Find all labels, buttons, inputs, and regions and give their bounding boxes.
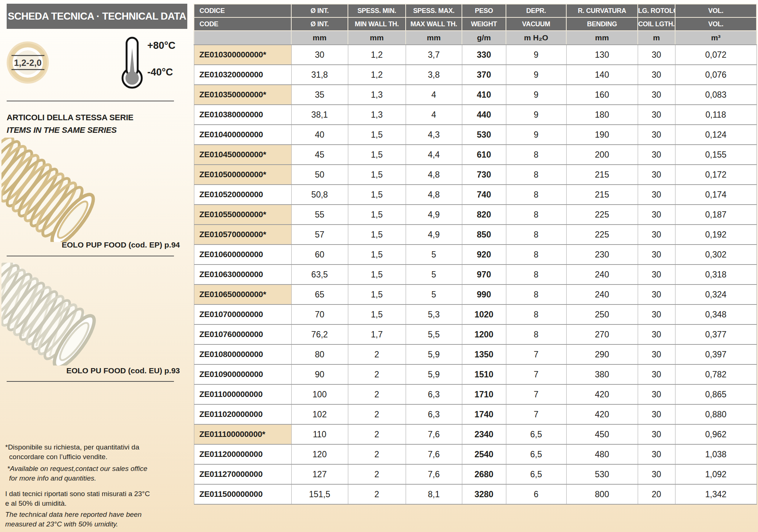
value-cell: 0,118: [675, 105, 757, 125]
value-cell: 0,318: [675, 265, 757, 284]
value-cell: 151,5: [291, 484, 348, 504]
value-cell: 6,3: [406, 404, 462, 424]
value-cell: 50,8: [291, 185, 348, 205]
value-cell: 1,7: [348, 324, 406, 344]
value-cell: 740: [462, 185, 506, 205]
value-cell: 8: [506, 185, 566, 205]
value-cell: 5,5: [406, 324, 462, 344]
value-cell: 820: [462, 205, 506, 225]
value-cell: 2: [348, 444, 406, 464]
divider: [7, 381, 174, 382]
column-header-it: CODICE: [194, 4, 291, 17]
value-cell: 30: [638, 344, 675, 364]
value-cell: 4,9: [406, 205, 462, 225]
value-cell: 330: [462, 45, 506, 65]
value-cell: 140: [566, 65, 638, 85]
table-row: ZE01076000000076,21,75,512008270300,377: [194, 324, 757, 344]
column-header-it: SPESS. MAX.: [406, 4, 462, 17]
value-cell: 730: [462, 165, 506, 185]
value-cell: 5: [406, 284, 462, 304]
value-cell: 7: [506, 404, 566, 424]
value-cell: 4: [406, 85, 462, 105]
value-cell: 30: [638, 384, 675, 404]
value-cell: 30: [638, 284, 675, 304]
value-cell: 1,092: [675, 464, 757, 484]
value-cell: 850: [462, 225, 506, 245]
value-cell: 420: [566, 384, 638, 404]
product-code-cell: ZE011020000000: [194, 404, 291, 424]
value-cell: 0,377: [675, 324, 757, 344]
value-cell: 2: [348, 484, 406, 504]
value-cell: 30: [638, 364, 675, 384]
value-cell: 40: [291, 125, 348, 145]
table-row: ZE010350000000*351,344109160300,083: [194, 85, 757, 105]
value-cell: 7: [506, 364, 566, 384]
value-cell: 0,155: [675, 145, 757, 165]
value-cell: 0,782: [675, 364, 757, 384]
value-cell: 7,6: [406, 444, 462, 464]
table-row: ZE01032000000031,81,23,83709140300,076: [194, 65, 757, 85]
column-header-en: COIL LGTH.: [638, 17, 675, 31]
header-row-en: CODEØ INT.MIN WALL TH.MAX WALL TH.WEIGHT…: [194, 17, 757, 31]
value-cell: 6,5: [506, 424, 566, 444]
column-unit: m³: [675, 31, 757, 45]
value-cell: 6,5: [506, 464, 566, 484]
value-cell: 2340: [462, 424, 506, 444]
value-cell: 57: [291, 225, 348, 245]
value-cell: 225: [566, 225, 638, 245]
column-header-it: VOL.: [675, 4, 757, 17]
value-cell: 30: [638, 65, 675, 85]
value-cell: 30: [638, 424, 675, 444]
product-code-cell: ZE011270000000: [194, 464, 291, 484]
column-header-it: R. CURVATURA: [566, 4, 638, 17]
value-cell: 370: [462, 65, 506, 85]
product-caption-eolo-pup-food: EOLO PUP FOOD (cod. EP) p.94: [7, 240, 180, 249]
product-code-cell: ZE010630000000: [194, 265, 291, 284]
value-cell: 250: [566, 304, 638, 324]
value-cell: 30: [638, 464, 675, 484]
temperature-min-label: -40°C: [147, 67, 173, 78]
column-unit: mm: [566, 31, 638, 45]
wall-thickness-value: 1,2-2,0: [14, 58, 42, 68]
table-body: ZE010300000000*301,23,73309130300,072ZE0…: [194, 45, 757, 504]
value-cell: 5: [406, 245, 462, 265]
hose-photo-eolo-pup-food: [1, 138, 118, 242]
value-cell: 1,2: [348, 65, 406, 85]
value-cell: 30: [638, 444, 675, 464]
value-cell: 1710: [462, 384, 506, 404]
value-cell: 9: [506, 105, 566, 125]
table-row: ZE010700000000701,55,310208250300,348: [194, 304, 757, 324]
value-cell: 1,5: [348, 304, 406, 324]
value-cell: 480: [566, 444, 638, 464]
value-cell: 6: [506, 484, 566, 504]
value-cell: 0,324: [675, 284, 757, 304]
value-cell: 1,5: [348, 145, 406, 165]
value-cell: 190: [566, 125, 638, 145]
product-code-cell: ZE010650000000*: [194, 284, 291, 304]
value-cell: 1,5: [348, 165, 406, 185]
product-code-cell: ZE010550000000*: [194, 205, 291, 225]
column-header-it: Ø INT.: [291, 4, 348, 17]
wall-thickness-icon: 1,2-2,0: [6, 37, 50, 88]
table-row: ZE01120000000012027,625406,5480301,038: [194, 444, 757, 464]
value-cell: 4: [406, 105, 462, 125]
column-unit: mm: [406, 31, 462, 45]
value-cell: 30: [638, 324, 675, 344]
table-row: ZE010600000000601,559208230300,302: [194, 245, 757, 265]
value-cell: 2540: [462, 444, 506, 464]
footnote-measurement-it: I dati tecnici riportati sono stati misu…: [5, 489, 187, 508]
header-row-it: CODICEØ INT.SPESS. MIN.SPESS. MAX.PESODE…: [194, 4, 757, 17]
value-cell: 30: [638, 265, 675, 284]
table-row: ZE010570000000*571,54,98508225300,192: [194, 225, 757, 245]
value-cell: 20: [638, 484, 675, 504]
value-cell: 4,8: [406, 185, 462, 205]
column-header-en: BENDING: [566, 17, 638, 31]
table-row: ZE011100000000*11027,623406,5450300,962: [194, 424, 757, 444]
hose-photo-eolo-pu-food: [1, 263, 118, 366]
footnote-measurement-en: The technical data here reported have be…: [5, 510, 187, 529]
product-code-cell: ZE010600000000: [194, 245, 291, 265]
product-code-cell: ZE010300000000*: [194, 45, 291, 65]
column-header-it: DEPR.: [506, 4, 566, 17]
table-row: ZE01102000000010226,317407420300,880: [194, 404, 757, 424]
value-cell: 30: [638, 85, 675, 105]
